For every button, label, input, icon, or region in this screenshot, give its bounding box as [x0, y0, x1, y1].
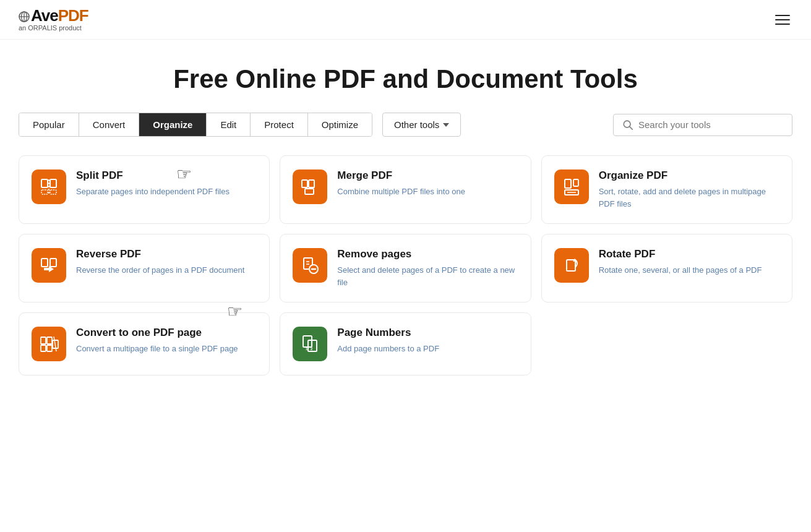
rotate-pdf-info: Rotate PDF Rotate one, several, or all t…	[599, 248, 779, 277]
svg-rect-8	[41, 190, 48, 194]
tool-card-merge-pdf[interactable]: Merge PDF Combine multiple PDF files int…	[280, 155, 531, 224]
merge-pdf-desc: Combine multiple PDF files into one	[337, 186, 518, 198]
page-numbers-icon: 1 2	[293, 327, 327, 361]
page-numbers-info: Page Numbers Add page numbers to a PDF	[337, 327, 518, 355]
page-numbers-desc: Add page numbers to a PDF	[337, 343, 518, 355]
hamburger-line-3	[775, 24, 790, 25]
rotate-pdf-desc: Rotate one, several, or all the pages of…	[599, 264, 779, 277]
organize-pdf-info: Organize PDF Sort, rotate, add and delet…	[599, 169, 779, 210]
nav-bar: Popular Convert Organize Edit Protect Op…	[0, 113, 811, 137]
tool-card-reverse-pdf[interactable]: Reverse PDF Reverse the order of pages i…	[19, 234, 270, 302]
convert-one-page-icon	[32, 327, 66, 361]
split-icon-svg	[39, 177, 59, 197]
svg-line-33	[54, 337, 56, 351]
reverse-pdf-info: Reverse PDF Reverse the order of pages i…	[76, 248, 257, 277]
tool-card-organize-pdf[interactable]: Organize PDF Sort, rotate, add and delet…	[541, 155, 792, 224]
tab-convert[interactable]: Convert	[79, 113, 140, 136]
other-tools-label: Other tools	[394, 119, 439, 130]
search-box[interactable]	[613, 114, 792, 136]
logo-ave: Ave	[31, 6, 58, 25]
tool-card-rotate-pdf[interactable]: Rotate PDF Rotate one, several, or all t…	[541, 234, 792, 302]
split-pdf-desc: Separate pages into independent PDF file…	[76, 186, 257, 198]
convert-one-page-info: Convert to one PDF page Convert a multip…	[76, 327, 257, 355]
svg-rect-16	[565, 179, 571, 188]
convert-one-page-desc: Convert a multipage file to a single PDF…	[76, 343, 257, 355]
reverse-icon-svg	[39, 255, 59, 275]
reverse-pdf-desc: Reverse the order of pages in a PDF docu…	[76, 264, 257, 277]
merge-icon-svg	[300, 177, 320, 197]
header: AvePDF an ORPALIS product	[0, 0, 811, 40]
remove-icon-svg	[300, 255, 320, 275]
svg-text:2: 2	[311, 347, 313, 351]
svg-rect-30	[47, 337, 52, 344]
svg-rect-11	[302, 180, 307, 187]
tab-protect[interactable]: Protect	[251, 113, 308, 136]
merge-pdf-icon	[293, 169, 327, 204]
svg-rect-6	[41, 179, 48, 187]
logo-text: AvePDF	[19, 7, 88, 24]
hamburger-line-2	[775, 19, 790, 20]
page-numbers-icon-svg: 1 2	[300, 334, 320, 354]
rotate-pdf-icon	[554, 248, 589, 283]
convert-one-page-name: Convert to one PDF page	[76, 327, 257, 339]
split-pdf-info: Split PDF Separate pages into independen…	[76, 169, 257, 198]
tab-edit[interactable]: Edit	[207, 113, 251, 136]
remove-pages-desc: Select and delete pages of a PDF to crea…	[337, 264, 518, 288]
remove-pages-info: Remove pages Select and delete pages of …	[337, 248, 518, 288]
tool-card-convert-one-page[interactable]: Convert to one PDF page Convert a multip…	[19, 312, 270, 375]
merge-pdf-name: Merge PDF	[337, 169, 518, 182]
organize-pdf-icon	[554, 169, 589, 204]
search-icon	[622, 119, 633, 131]
convert-one-icon-svg	[39, 334, 59, 354]
remove-pages-name: Remove pages	[337, 248, 518, 260]
svg-rect-29	[41, 337, 46, 344]
svg-rect-20	[41, 259, 48, 267]
tool-card-remove-pages[interactable]: Remove pages Select and delete pages of …	[280, 234, 531, 302]
logo-pdf: PDF	[58, 6, 88, 25]
globe-icon	[19, 11, 30, 22]
hamburger-button[interactable]	[773, 12, 792, 27]
hero-title: Free Online PDF and Document Tools	[12, 64, 799, 94]
remove-pages-icon	[293, 248, 327, 283]
svg-rect-13	[305, 189, 314, 194]
svg-line-5	[630, 126, 633, 129]
tab-organize[interactable]: Organize	[139, 113, 207, 136]
reverse-pdf-name: Reverse PDF	[76, 248, 257, 260]
rotate-pdf-name: Rotate PDF	[599, 248, 779, 260]
organize-pdf-desc: Sort, rotate, add and delete pages in mu…	[599, 186, 779, 210]
svg-rect-32	[47, 345, 52, 351]
svg-rect-21	[50, 259, 56, 267]
logo-sub: an ORPALIS product	[19, 25, 88, 32]
tab-optimize[interactable]: Optimize	[308, 113, 372, 136]
svg-rect-12	[309, 180, 314, 187]
tabs-group: Popular Convert Organize Edit Protect Op…	[19, 113, 372, 137]
logo[interactable]: AvePDF an ORPALIS product	[19, 7, 88, 32]
rotate-icon-svg	[562, 255, 581, 275]
merge-pdf-info: Merge PDF Combine multiple PDF files int…	[337, 169, 518, 198]
tool-card-split-pdf[interactable]: Split PDF Separate pages into independen…	[19, 155, 270, 224]
split-pdf-icon	[32, 169, 66, 204]
hamburger-line-1	[775, 15, 790, 16]
svg-rect-17	[573, 179, 578, 186]
split-pdf-name: Split PDF	[76, 169, 257, 182]
svg-rect-7	[50, 179, 56, 187]
page-numbers-name: Page Numbers	[337, 327, 518, 339]
search-input[interactable]	[638, 119, 783, 130]
svg-rect-9	[50, 190, 56, 194]
svg-rect-31	[41, 345, 46, 351]
tab-popular[interactable]: Popular	[19, 113, 79, 136]
tools-grid: Split PDF Separate pages into independen…	[0, 155, 811, 394]
chevron-down-icon	[443, 123, 449, 127]
other-tools-button[interactable]: Other tools	[382, 113, 461, 137]
organize-icon-svg	[562, 177, 581, 197]
tool-card-page-numbers[interactable]: 1 2 Page Numbers Add page numbers to a P…	[280, 312, 531, 375]
hero-section: Free Online PDF and Document Tools	[0, 40, 811, 113]
reverse-pdf-icon	[32, 248, 66, 283]
organize-pdf-name: Organize PDF	[599, 169, 779, 182]
